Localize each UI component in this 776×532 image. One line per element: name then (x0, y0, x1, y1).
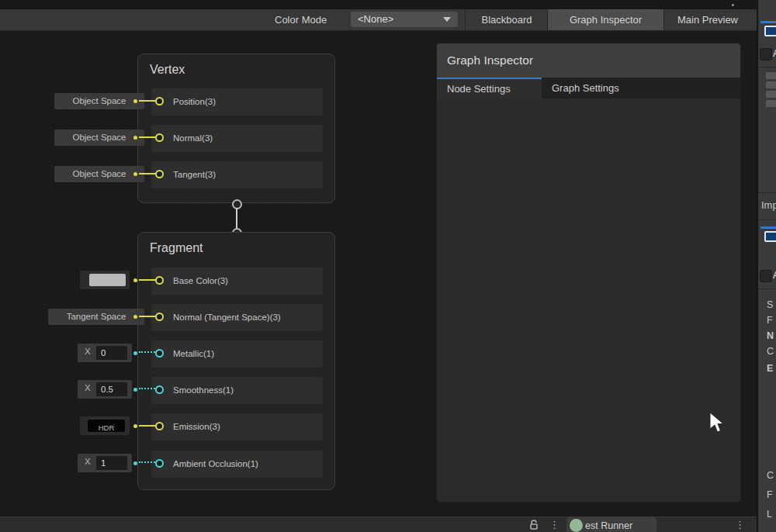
port-row-normal-ts[interactable]: Normal (Tangent Space)(3) (151, 304, 323, 331)
panel-title: Graph Inspector (447, 43, 533, 78)
port-edge (139, 100, 156, 102)
clipped-checkbox-label: A (773, 48, 776, 59)
shader-graph-asset-icon (760, 21, 776, 23)
x-component-label: X (85, 347, 91, 356)
smoothness-value-input[interactable]: 0.5 (96, 382, 127, 396)
color-mode-label: Color Mode (275, 9, 327, 30)
clipped-property-label: N (767, 330, 774, 341)
port-connector-dot (133, 461, 137, 465)
port-edge (139, 136, 156, 138)
shader-graph-asset-icon (764, 26, 776, 36)
port-connector-dot (133, 424, 137, 428)
graph-toolbar: Color Mode <None> Blackboard Graph Inspe… (0, 9, 757, 31)
dropdown-value: Object Space (54, 166, 144, 182)
more-options-icon[interactable]: ⋮ (735, 517, 745, 532)
blackboard-toggle-button[interactable]: Blackboard (466, 9, 547, 30)
more-options-icon[interactable]: ⋮ (549, 517, 559, 532)
port-row-metallic[interactable]: Metallic(1) (151, 340, 323, 368)
clipped-field[interactable] (766, 81, 776, 88)
smoothness-input-port[interactable] (155, 385, 164, 394)
port-label: Metallic(1) (173, 340, 214, 368)
window-top-strip (0, 0, 776, 9)
clipped-property-label: F (767, 315, 773, 326)
position-space-dropdown[interactable]: Object Space (54, 93, 144, 109)
shader-graph-window: Color Mode <None> Blackboard Graph Inspe… (0, 0, 776, 532)
tab-node-settings[interactable]: Node Settings (437, 78, 542, 98)
port-row-normal[interactable]: Normal(3) (151, 125, 323, 152)
port-row-smoothness[interactable]: Smoothness(1) (151, 377, 323, 404)
dropdown-value: Object Space (54, 130, 144, 146)
graph-inspector-toggle-button[interactable]: Graph Inspector (548, 9, 663, 30)
port-connector-dot (133, 388, 137, 392)
normal-ts-space-dropdown[interactable]: Tangent Space (48, 309, 144, 325)
normal-ts-input-port[interactable] (155, 313, 164, 321)
clipped-field[interactable] (766, 100, 776, 107)
metallic-value-input[interactable]: 0 (96, 346, 127, 360)
ambient-occlusion-input-port[interactable] (155, 459, 164, 468)
x-component-label: X (85, 457, 91, 466)
port-edge (139, 316, 156, 317)
unlock-icon[interactable] (528, 520, 539, 530)
ambient-occlusion-value-input[interactable]: 1 (96, 456, 127, 470)
tab-test-runner[interactable]: est Runner (566, 517, 656, 532)
color-mode-dropdown[interactable]: <None> (351, 12, 458, 27)
port-label: Base Color(3) (173, 268, 228, 295)
metallic-float-field[interactable]: X 0 (78, 344, 132, 362)
checkbox[interactable] (760, 270, 772, 282)
clipped-field[interactable] (766, 91, 776, 98)
mouse-cursor (708, 412, 726, 435)
tab-graph-settings[interactable]: Graph Settings (552, 78, 653, 98)
bottom-dock-bar: ⋮ est Runner ⋮ (0, 516, 757, 532)
port-label: Tangent(3) (173, 161, 216, 188)
vertex-node-title: Vertex (150, 63, 185, 77)
vertex-master-node[interactable]: Vertex Position(3) Normal(3) Tangent(3) (137, 54, 335, 203)
port-row-position[interactable]: Position(3) (151, 88, 323, 116)
position-input-port[interactable] (155, 97, 164, 105)
divider (758, 67, 776, 67)
port-edge (139, 425, 156, 427)
tangent-space-dropdown[interactable]: Object Space (54, 166, 144, 182)
graph-inspector-header[interactable]: Graph Inspector (437, 43, 740, 78)
port-label: Normal (Tangent Space)(3) (173, 304, 281, 331)
clipped-field[interactable] (766, 72, 776, 79)
ambient-occlusion-float-field[interactable]: X 1 (78, 454, 132, 472)
fragment-master-node[interactable]: Fragment Base Color(3) Normal (Tangent S… (137, 232, 335, 490)
emission-hdr-color-field[interactable]: HDR (80, 416, 130, 435)
clipped-property-label: F (767, 489, 773, 500)
clipped-property-label: L (767, 509, 772, 520)
hdr-badge: HDR (99, 423, 115, 432)
port-edge (139, 279, 156, 281)
normal-input-port[interactable] (155, 133, 164, 142)
port-edge (139, 173, 156, 174)
port-label: Ambient Occlusion(1) (173, 451, 258, 478)
main-preview-toggle-button[interactable]: Main Preview (664, 9, 751, 30)
inspector-tab-bar: Node Settings Graph Settings (437, 78, 740, 98)
smoothness-float-field[interactable]: X 0.5 (78, 380, 132, 399)
port-connector-dot (133, 99, 137, 103)
port-label: Emission(3) (173, 413, 220, 440)
normal-space-dropdown[interactable]: Object Space (54, 130, 144, 146)
port-label: Smoothness(1) (173, 377, 234, 404)
port-row-base-color[interactable]: Base Color(3) (151, 268, 323, 295)
base-color-swatch[interactable] (89, 274, 126, 286)
port-row-emission[interactable]: Emission(3) (151, 413, 323, 440)
divider (758, 288, 776, 289)
tangent-input-port[interactable] (155, 170, 164, 178)
checkbox[interactable] (760, 48, 772, 60)
port-connector-dot (133, 315, 137, 319)
emission-color-swatch[interactable]: HDR (88, 420, 125, 432)
port-row-ambient-occlusion[interactable]: Ambient Occlusion(1) (151, 451, 323, 478)
base-color-field[interactable] (80, 271, 130, 289)
base-color-input-port[interactable] (155, 276, 164, 285)
imported-object-header: Imp (761, 199, 776, 211)
port-edge (139, 388, 155, 389)
stack-connector-line (236, 208, 237, 230)
chevron-down-icon (443, 17, 451, 22)
port-label: Normal(3) (173, 125, 213, 152)
dropdown-value: Tangent Space (48, 309, 144, 325)
clipped-checkbox-label: A (773, 270, 776, 281)
emission-input-port[interactable] (155, 422, 164, 430)
port-connector-dot (133, 278, 137, 282)
port-row-tangent[interactable]: Tangent(3) (151, 161, 323, 188)
metallic-input-port[interactable] (155, 349, 164, 358)
